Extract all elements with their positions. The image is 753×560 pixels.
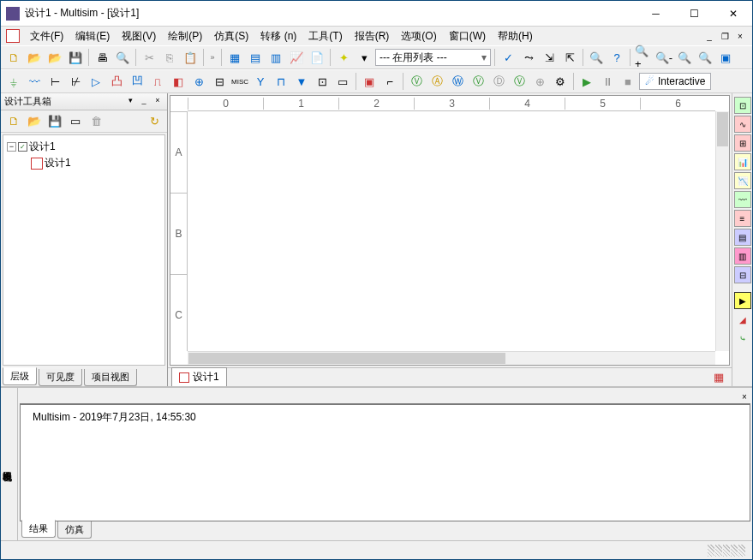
bode-plotter-icon[interactable]: 〰 [734,191,751,208]
design-tree[interactable]: − ✓ 设计1 设计1 [3,134,165,366]
resize-grip-icon[interactable] [708,545,749,557]
zoom-fit-button[interactable]: 🔍 [696,48,714,67]
spec-analyzer-icon[interactable]: ⤷ [734,330,751,347]
document-tab[interactable]: 设计1 [171,367,227,387]
probe-dref-button[interactable]: ⊕ [530,72,549,91]
save-button[interactable]: 💾 [66,48,85,67]
tb-rename-button[interactable]: ▭ [66,112,85,131]
menu-report[interactable]: 报告(R) [350,27,395,45]
database-button[interactable]: ▾ [355,48,374,67]
zoom-in-button[interactable]: 🔍+ [634,48,653,67]
schematic-canvas[interactable] [188,111,715,351]
zoom-area-button[interactable]: 🔍 [675,48,694,67]
electromech-button[interactable]: ⊓ [272,72,290,91]
panel-close-icon[interactable]: × [152,96,164,108]
tb-open-button[interactable]: 📂 [25,112,44,131]
menu-window[interactable]: 窗口(W) [444,27,491,45]
help-button[interactable]: ? [607,48,626,67]
find-button[interactable]: 🔍 [587,48,606,67]
misc-button[interactable]: MISC [230,72,249,91]
close-button[interactable]: ✕ [714,1,752,26]
fullscreen-button[interactable]: ▣ [716,48,735,67]
tb-save-button[interactable]: 💾 [45,112,64,131]
menu-help[interactable]: 帮助(H) [493,27,538,45]
panel-pin-icon[interactable]: _ [138,96,150,108]
log-output[interactable]: Multisim - 2019年7月23日, 14:55:30 [20,403,750,521]
paste-button[interactable]: 📋 [181,48,200,67]
tree-child-node[interactable]: 设计1 [7,155,161,171]
erc-button[interactable]: ✓ [499,48,517,67]
four-ch-scope-icon[interactable]: 📉 [734,172,751,189]
mcu-button[interactable]: ▭ [333,72,352,91]
freq-counter-icon[interactable]: ≡ [734,210,751,227]
transistor-button[interactable]: ⊬ [66,72,85,91]
menu-sim[interactable]: 仿真(S) [209,27,254,45]
panel-dropdown-icon[interactable]: ▾ [124,96,136,108]
tb-delete-button[interactable]: 🗑 [87,112,105,131]
menu-options[interactable]: 选项(O) [396,27,441,45]
probe-settings-button[interactable]: ⚙ [551,72,570,91]
power-button[interactable]: ⊟ [210,72,229,91]
back-annotate-button[interactable]: ⇱ [560,48,579,67]
probe-v-button[interactable]: Ⓥ [407,72,426,91]
probe-w-button[interactable]: Ⓦ [448,72,467,91]
multimeter-icon[interactable]: ⊡ [734,97,751,114]
view-report-button[interactable]: 📄 [308,48,326,67]
dist-analyzer-icon[interactable]: ◢ [734,311,751,328]
source-button[interactable]: ⏚ [4,72,23,91]
misc-digital-button[interactable]: ⎍ [148,72,167,91]
word-gen-icon[interactable]: ▤ [734,229,751,246]
new-button[interactable]: 🗋 [4,48,23,67]
indicator-button[interactable]: ⊕ [189,72,208,91]
export-button[interactable]: ⇲ [540,48,559,67]
func-gen-icon[interactable]: ∿ [734,116,751,133]
stop-button[interactable]: ■ [619,72,637,91]
print-preview-button[interactable]: 🔍 [113,48,132,67]
connector-button[interactable]: ⊡ [313,72,332,91]
tab-visibility[interactable]: 可见度 [39,369,82,386]
minimize-button[interactable]: ─ [636,1,675,26]
oscilloscope-icon[interactable]: 📊 [734,153,751,170]
view-spreadsheet-button[interactable]: ▤ [246,48,265,67]
zoom-out-button[interactable]: 🔍- [654,48,673,67]
view-netlist-button[interactable]: ▥ [266,48,285,67]
tree-checkbox-icon[interactable]: ✓ [18,142,27,152]
logic-analyzer-icon[interactable]: ▥ [734,247,751,265]
hierarchy-button[interactable]: ▣ [360,72,379,91]
tab-project[interactable]: 项目视图 [84,369,137,386]
open-button[interactable]: 📂 [25,48,44,67]
mdi-restore-icon[interactable]: ❐ [718,30,732,42]
probe-a-button[interactable]: Ⓐ [427,72,446,91]
menu-view[interactable]: 视图(V) [117,27,161,45]
logic-conv-icon[interactable]: ⊟ [734,266,751,283]
menu-draw[interactable]: 绘制(P) [163,27,207,45]
tb-new-button[interactable]: 🗋 [4,112,23,131]
tab-menu-button[interactable]: ▦ [709,368,728,387]
mdi-minimize-icon[interactable]: _ [702,30,716,42]
inuse-list-combo[interactable]: --- 在用列表 --- [375,49,491,66]
log-close-icon[interactable]: × [738,392,750,402]
menu-tools[interactable]: 工具(T) [303,27,347,45]
wattmeter-icon[interactable]: ⊞ [734,134,751,152]
analog-button[interactable]: ▷ [87,72,105,91]
ni-button[interactable]: ▼ [292,72,311,91]
mixed-button[interactable]: ◧ [169,72,188,91]
tab-simulation[interactable]: 仿真 [57,521,92,539]
menu-transfer[interactable]: 转移 (n) [255,27,302,45]
menu-edit[interactable]: 编辑(E) [70,27,115,45]
tb-refresh-button[interactable]: ↻ [145,112,164,131]
cut-button[interactable]: ✂ [140,48,158,67]
component-wizard-button[interactable]: ✦ [334,48,353,67]
rf-button[interactable]: Y [251,72,270,91]
mdi-close-icon[interactable]: × [733,30,747,42]
view-grid-button[interactable]: ▦ [225,48,244,67]
cmos-button[interactable]: 凹 [128,72,146,91]
tree-root-node[interactable]: − ✓ 设计1 [7,139,161,155]
trace-button[interactable]: ⤳ [519,48,538,67]
probe-d-button[interactable]: Ⓓ [489,72,508,91]
pause-button[interactable]: ⏸ [598,72,617,91]
open-sample-button[interactable]: 📂 [45,48,64,67]
ttl-button[interactable]: 凸 [107,72,126,91]
spreadsheet-tab-label[interactable]: 电子表格视图 [1,388,18,540]
scrollbar-vertical[interactable] [715,111,729,351]
